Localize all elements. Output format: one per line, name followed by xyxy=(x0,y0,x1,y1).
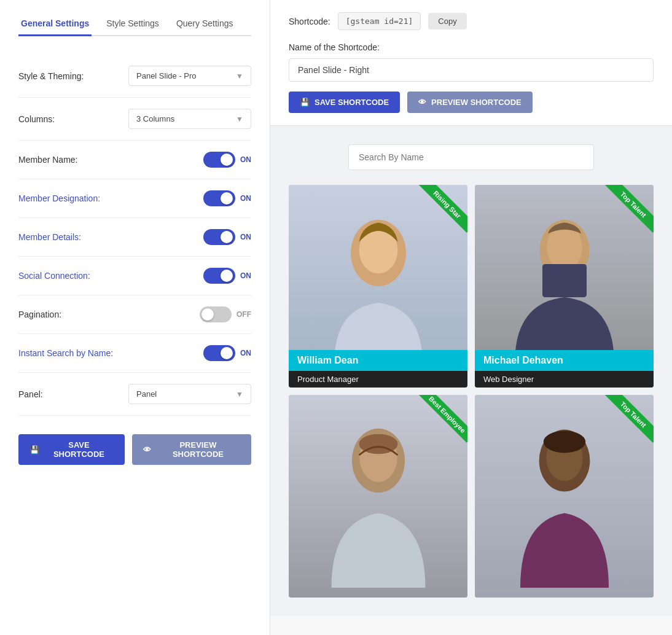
ribbon-3: Best Employee xyxy=(419,395,467,443)
member-designation-bar-1: Product Manager xyxy=(289,371,467,388)
tab-query[interactable]: Query Settings xyxy=(174,12,236,36)
save-shortcode-button[interactable]: 💾 SAVE SHORTCODE xyxy=(18,434,125,465)
shortcode-row: Shortcode: [gsteam id=21] Copy xyxy=(289,12,654,30)
action-buttons: 💾 SAVE SHORTCODE 👁 PREVIEW SHORTCODE xyxy=(289,92,654,113)
toggle-knob xyxy=(221,347,233,359)
member-designation-row: Member Designation: ON xyxy=(18,179,251,218)
social-connection-toggle-label: ON xyxy=(240,271,251,280)
instant-search-toggle-wrap: ON xyxy=(203,345,251,361)
save-icon: 💾 xyxy=(29,445,39,454)
columns-row: Columns: 3 Columns ▼ xyxy=(18,98,251,141)
eye-icon: 👁 xyxy=(418,98,426,107)
panel-dropdown[interactable]: Panel ▼ xyxy=(128,384,251,404)
instant-search-toggle-label: ON xyxy=(240,349,251,357)
shortcode-label: Shortcode: xyxy=(289,17,330,26)
social-connection-toggle-wrap: ON xyxy=(203,268,251,284)
bottom-buttons: 💾 SAVE SHORTCODE 👁 PREVIEW SHORTCODE xyxy=(18,434,251,465)
shortcode-name-input[interactable] xyxy=(289,58,654,82)
chevron-down-icon: ▼ xyxy=(236,390,243,399)
member-name-row: Member Name: ON xyxy=(18,141,251,179)
tab-style[interactable]: Style Settings xyxy=(104,12,162,36)
style-theming-label: Style & Theming: xyxy=(18,71,84,81)
pagination-toggle-label: OFF xyxy=(236,310,251,319)
team-grid: Rising Star William Dean Product Manager xyxy=(289,185,654,598)
toggle-knob xyxy=(221,231,233,243)
ribbon-2: Top Talent xyxy=(605,185,654,233)
member-designation-bar-2: Web Designer xyxy=(475,371,654,388)
preview-shortcode-button-right[interactable]: 👁 PREVIEW SHORTCODE xyxy=(407,92,533,113)
panel-value: Panel xyxy=(136,389,157,399)
member-name-2: Michael Dehaven xyxy=(483,355,645,366)
member-name-toggle[interactable] xyxy=(203,152,235,168)
shortcode-section: Shortcode: [gsteam id=21] Copy Name of t… xyxy=(270,0,672,126)
columns-label: Columns: xyxy=(18,114,55,124)
chevron-down-icon: ▼ xyxy=(236,115,243,123)
panel-row: Panel: Panel ▼ xyxy=(18,373,251,416)
save-icon: 💾 xyxy=(300,98,310,107)
team-card-2: Top Talent Michael Dehaven Web Designer xyxy=(475,185,654,388)
eye-icon: 👁 xyxy=(143,445,151,454)
ribbon-container-2: Top Talent xyxy=(592,185,654,246)
save-shortcode-button-right[interactable]: 💾 SAVE SHORTCODE xyxy=(289,92,400,113)
shortcode-code: [gsteam id=21] xyxy=(338,12,421,30)
settings-tabs: General Settings Style Settings Query Se… xyxy=(18,0,251,36)
panel-label: Panel: xyxy=(18,389,117,399)
member-name-toggle-wrap: ON xyxy=(203,152,251,168)
style-theming-dropdown[interactable]: Panel Slide - Pro ▼ xyxy=(128,66,251,86)
ribbon-1: Rising Star xyxy=(419,185,467,233)
tab-general[interactable]: General Settings xyxy=(18,12,92,36)
ribbon-container-1: Rising Star xyxy=(406,185,467,246)
svg-point-10 xyxy=(543,430,585,453)
instant-search-row: Instant Search by Name: ON xyxy=(18,334,251,373)
copy-button[interactable]: Copy xyxy=(428,13,466,29)
member-details-toggle-wrap: ON xyxy=(203,229,251,245)
social-connection-label: Social Connection: xyxy=(18,271,90,281)
member-designation-toggle-label: ON xyxy=(240,194,251,203)
shortcode-name-label: Name of the Shortcode: xyxy=(289,42,654,52)
member-info-2: Michael Dehaven Web Designer xyxy=(475,350,654,388)
team-card-4: Top Talent xyxy=(475,395,654,598)
pagination-label: Pagination: xyxy=(18,310,61,319)
member-details-toggle[interactable] xyxy=(203,229,235,245)
social-connection-toggle[interactable] xyxy=(203,268,235,284)
right-panel: Shortcode: [gsteam id=21] Copy Name of t… xyxy=(270,0,672,635)
member-name-1: William Dean xyxy=(297,355,459,366)
toggle-knob xyxy=(221,270,233,282)
style-theming-row: Style & Theming: Panel Slide - Pro ▼ xyxy=(18,55,251,98)
member-name-label: Member Name: xyxy=(18,155,77,165)
pagination-row: Pagination: OFF xyxy=(18,295,251,334)
chevron-down-icon: ▼ xyxy=(236,72,243,80)
columns-dropdown[interactable]: 3 Columns ▼ xyxy=(128,109,251,129)
left-panel: General Settings Style Settings Query Se… xyxy=(0,0,270,635)
team-card-1: Rising Star William Dean Product Manager xyxy=(289,185,467,388)
preview-section: Rising Star William Dean Product Manager xyxy=(270,126,672,616)
instant-search-label: Instant Search by Name: xyxy=(18,348,113,358)
member-name-bar-2: Michael Dehaven xyxy=(475,350,654,371)
pagination-toggle[interactable] xyxy=(200,306,232,322)
ribbon-4: Top Talent xyxy=(605,395,654,443)
svg-rect-4 xyxy=(542,264,587,297)
toggle-knob xyxy=(221,192,233,205)
ribbon-container-3: Best Employee xyxy=(406,395,467,456)
style-theming-value: Panel Slide - Pro xyxy=(136,71,197,80)
member-designation-toggle-wrap: ON xyxy=(203,190,251,206)
preview-shortcode-button[interactable]: 👁 PREVIEW SHORTCODE xyxy=(132,434,251,465)
member-designation-label: Member Designation: xyxy=(18,193,100,203)
pagination-toggle-wrap: OFF xyxy=(200,306,251,322)
member-info-1: William Dean Product Manager xyxy=(289,350,467,388)
member-name-bar-1: William Dean xyxy=(289,350,467,371)
member-designation-toggle[interactable] xyxy=(203,190,235,206)
instant-search-toggle[interactable] xyxy=(203,345,235,361)
columns-value: 3 Columns xyxy=(136,114,174,123)
team-card-3: Best Employee xyxy=(289,395,467,598)
member-details-toggle-label: ON xyxy=(240,233,251,241)
member-designation-2: Web Designer xyxy=(483,375,645,384)
member-details-row: Member Details: ON xyxy=(18,218,251,257)
toggle-knob xyxy=(201,308,214,321)
toggle-knob xyxy=(221,154,233,166)
member-designation-1: Product Manager xyxy=(297,375,459,384)
search-input[interactable] xyxy=(348,144,594,170)
ribbon-container-4: Top Talent xyxy=(592,395,654,456)
member-details-label: Member Details: xyxy=(18,232,81,242)
member-name-toggle-label: ON xyxy=(240,155,251,164)
